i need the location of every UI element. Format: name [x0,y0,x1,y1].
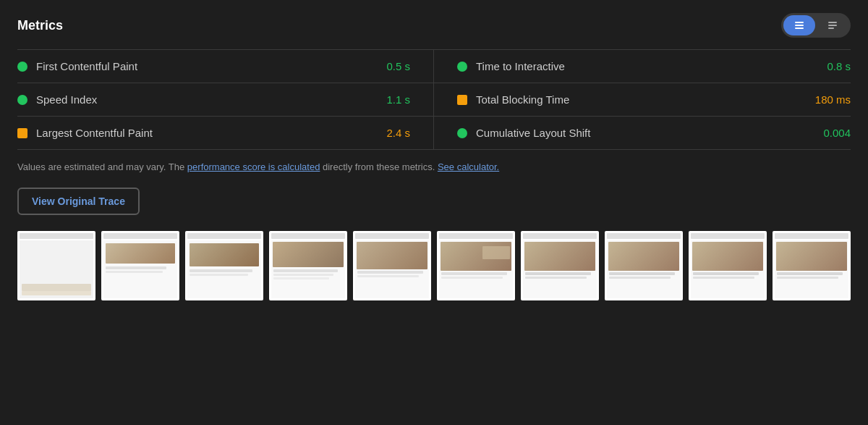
view-original-trace-button[interactable]: View Original Trace [17,188,140,215]
lcp-label: Largest Contentful Paint [36,127,378,139]
thumbnail-0 [17,231,95,300]
disclaimer-text: Values are estimated and may vary. The p… [17,160,851,174]
tbt-status-icon [457,95,467,105]
svg-rect-0 [795,22,804,23]
cls-status-icon [457,128,467,138]
metric-row-lcp: Largest Contentful Paint 2.4 s [17,117,434,150]
lcp-value: 2.4 s [386,127,410,139]
list-icon [827,20,838,31]
si-status-icon [17,95,27,105]
see-calculator-link[interactable]: See calculator. [438,161,499,172]
metric-row-cls: Cumulative Layout Shift 0.004 [434,117,851,150]
thumbnail-5 [437,231,515,300]
metrics-grid: First Contentful Paint 0.5 s Time to Int… [17,49,851,150]
panel-header: Metrics [17,13,851,38]
svg-rect-4 [828,25,837,26]
list-detail-icon [793,20,805,31]
disclaimer-prefix: Values are estimated and may vary. The [17,161,187,172]
fcp-status-icon [17,62,27,72]
tbt-value: 180 ms [815,93,851,106]
fcp-value: 0.5 s [386,60,410,72]
tti-status-icon [457,62,467,72]
thumbnails-row [17,231,851,300]
svg-rect-5 [828,28,834,29]
thumbnail-7 [605,231,683,300]
thumbnail-6 [521,231,599,300]
metrics-panel: Metrics First Contentful Paint [0,0,868,300]
disclaimer-middle: directly from these metrics. [320,161,438,172]
tti-label: Time to Interactive [476,60,818,72]
metric-row-tti: Time to Interactive 0.8 s [434,50,851,83]
svg-rect-2 [795,28,804,29]
si-value: 1.1 s [386,93,410,106]
thumbnail-4 [353,231,431,300]
metric-row-si: Speed Index 1.1 s [17,83,434,117]
metric-row-tbt: Total Blocking Time 180 ms [434,83,851,117]
metric-row-fcp: First Contentful Paint 0.5 s [17,50,434,83]
si-label: Speed Index [36,93,378,106]
performance-score-link[interactable]: performance score is calculated [187,161,320,172]
cls-value: 0.004 [823,127,851,139]
thumbnail-3 [269,231,347,300]
tti-value: 0.8 s [827,60,851,72]
lcp-status-icon [17,128,27,138]
thumbnail-2 [185,231,263,300]
fcp-label: First Contentful Paint [36,60,378,72]
toggle-detail-view-button[interactable] [783,15,815,35]
thumbnail-8 [689,231,767,300]
toggle-list-view-button[interactable] [817,15,848,35]
thumbnail-9 [773,231,851,300]
thumbnail-1 [101,231,179,300]
svg-rect-3 [828,22,837,23]
panel-title: Metrics [17,18,63,33]
cls-label: Cumulative Layout Shift [476,127,814,139]
view-toggle-group [781,13,851,38]
svg-rect-1 [795,25,804,26]
tbt-label: Total Blocking Time [476,93,807,106]
